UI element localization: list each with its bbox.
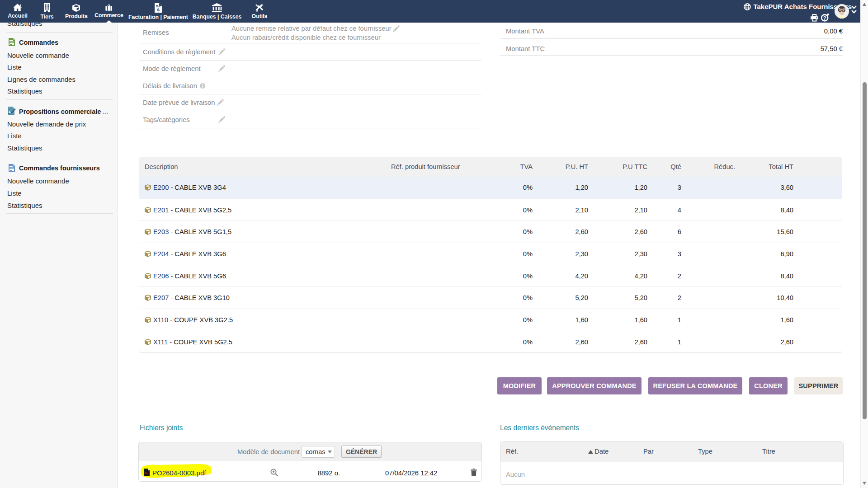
svg-text:$: $: [157, 7, 160, 12]
svg-text:?: ?: [823, 15, 826, 21]
